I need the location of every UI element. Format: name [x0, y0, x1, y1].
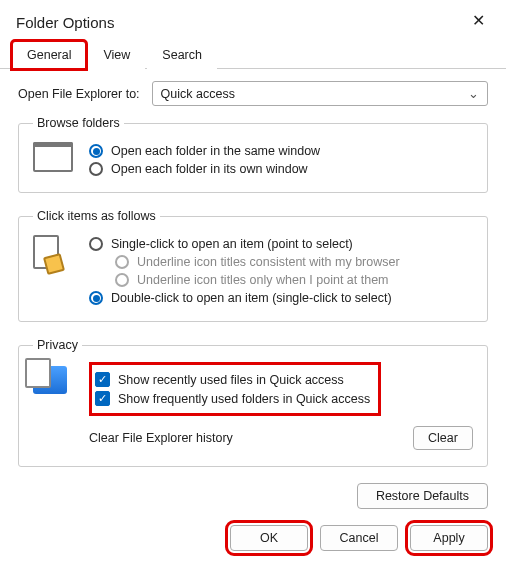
- cancel-button[interactable]: Cancel: [320, 525, 398, 551]
- tab-general[interactable]: General: [12, 41, 86, 69]
- document-click-icon: [33, 235, 75, 269]
- tab-panel-general: Open File Explorer to: Quick access ⌄ Br…: [0, 69, 506, 519]
- tab-strip: General View Search: [0, 40, 506, 69]
- tab-search[interactable]: Search: [147, 41, 217, 69]
- click-items-group: Click items as follows Single-click to o…: [18, 209, 488, 322]
- radio-icon: [115, 273, 129, 287]
- close-icon[interactable]: ✕: [466, 10, 490, 34]
- browse-folders-legend: Browse folders: [33, 116, 124, 130]
- chevron-down-icon: ⌄: [468, 86, 479, 101]
- tab-view[interactable]: View: [88, 41, 145, 69]
- window-icon: [33, 142, 75, 172]
- privacy-group: Privacy ✓ Show recently used files in Qu…: [18, 338, 488, 467]
- dialog-footer: OK Cancel Apply: [0, 519, 506, 563]
- radio-icon: [89, 144, 103, 158]
- ok-button[interactable]: OK: [230, 525, 308, 551]
- open-explorer-label: Open File Explorer to:: [18, 87, 140, 101]
- radio-icon: [115, 255, 129, 269]
- window-title: Folder Options: [16, 14, 114, 31]
- radio-label: Open each folder in its own window: [111, 162, 308, 176]
- radio-icon: [89, 291, 103, 305]
- open-explorer-value: Quick access: [161, 87, 235, 101]
- privacy-legend: Privacy: [33, 338, 82, 352]
- radio-label: Double-click to open an item (single-cli…: [111, 291, 392, 305]
- open-explorer-select[interactable]: Quick access ⌄: [152, 81, 488, 106]
- privacy-highlight: ✓ Show recently used files in Quick acce…: [89, 362, 381, 416]
- checkbox-label: Show frequently used folders in Quick ac…: [118, 392, 370, 406]
- click-items-legend: Click items as follows: [33, 209, 160, 223]
- apply-button[interactable]: Apply: [410, 525, 488, 551]
- radio-underline-point: Underline icon titles only when I point …: [115, 273, 473, 287]
- clear-button[interactable]: Clear: [413, 426, 473, 450]
- radio-label: Single-click to open an item (point to s…: [111, 237, 353, 251]
- radio-icon: [89, 162, 103, 176]
- checkbox-icon: ✓: [95, 372, 110, 387]
- browse-folders-group: Browse folders Open each folder in the s…: [18, 116, 488, 193]
- clear-history-label: Clear File Explorer history: [89, 431, 233, 445]
- privacy-icon: [33, 364, 75, 394]
- radio-same-window[interactable]: Open each folder in the same window: [89, 144, 473, 158]
- radio-single-click[interactable]: Single-click to open an item (point to s…: [89, 237, 473, 251]
- check-recent-files[interactable]: ✓ Show recently used files in Quick acce…: [95, 372, 370, 387]
- radio-double-click[interactable]: Double-click to open an item (single-cli…: [89, 291, 473, 305]
- radio-label: Underline icon titles only when I point …: [137, 273, 389, 287]
- radio-label: Open each folder in the same window: [111, 144, 320, 158]
- checkbox-label: Show recently used files in Quick access: [118, 373, 344, 387]
- restore-defaults-button[interactable]: Restore Defaults: [357, 483, 488, 509]
- radio-own-window[interactable]: Open each folder in its own window: [89, 162, 473, 176]
- radio-underline-browser: Underline icon titles consistent with my…: [115, 255, 473, 269]
- radio-label: Underline icon titles consistent with my…: [137, 255, 400, 269]
- check-frequent-folders[interactable]: ✓ Show frequently used folders in Quick …: [95, 391, 370, 406]
- radio-icon: [89, 237, 103, 251]
- checkbox-icon: ✓: [95, 391, 110, 406]
- titlebar: Folder Options ✕: [0, 0, 506, 40]
